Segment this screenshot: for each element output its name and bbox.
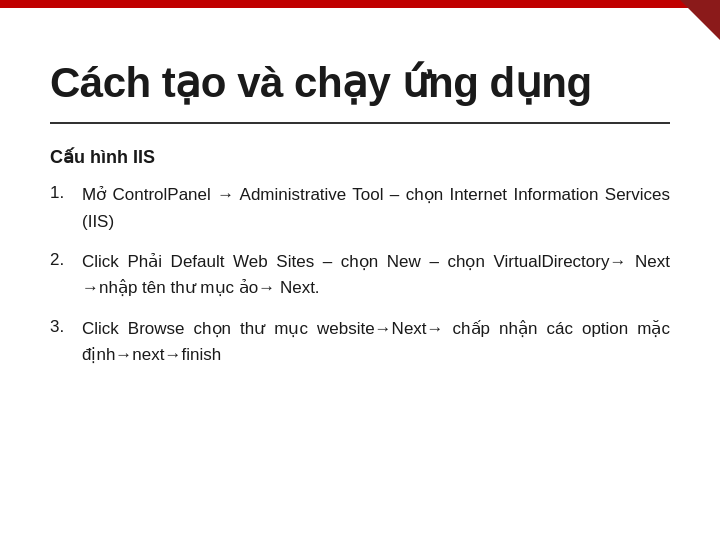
top-bar-accent [0, 0, 720, 8]
list-item: 3. Click Browse chọn thư mục website→Nex… [50, 316, 670, 369]
list-text-1: Mở ControlPanel → Administrative Tool – … [82, 182, 670, 235]
content-list: 1. Mở ControlPanel → Administrative Tool… [50, 182, 670, 368]
section-subtitle: Cấu hình IIS [50, 146, 670, 168]
slide: Cách tạo và chạy ứng dụng Cấu hình IIS 1… [0, 0, 720, 540]
list-text-2: Click Phải Default Web Sites – chọn New … [82, 249, 670, 302]
corner-accent [680, 0, 720, 40]
slide-title: Cách tạo và chạy ứng dụng [50, 58, 670, 108]
list-item: 2. Click Phải Default Web Sites – chọn N… [50, 249, 670, 302]
title-divider [50, 122, 670, 124]
list-text-3: Click Browse chọn thư mục website→Next→ … [82, 316, 670, 369]
list-number-1: 1. [50, 182, 82, 203]
list-item: 1. Mở ControlPanel → Administrative Tool… [50, 182, 670, 235]
list-number-3: 3. [50, 316, 82, 337]
list-number-2: 2. [50, 249, 82, 270]
